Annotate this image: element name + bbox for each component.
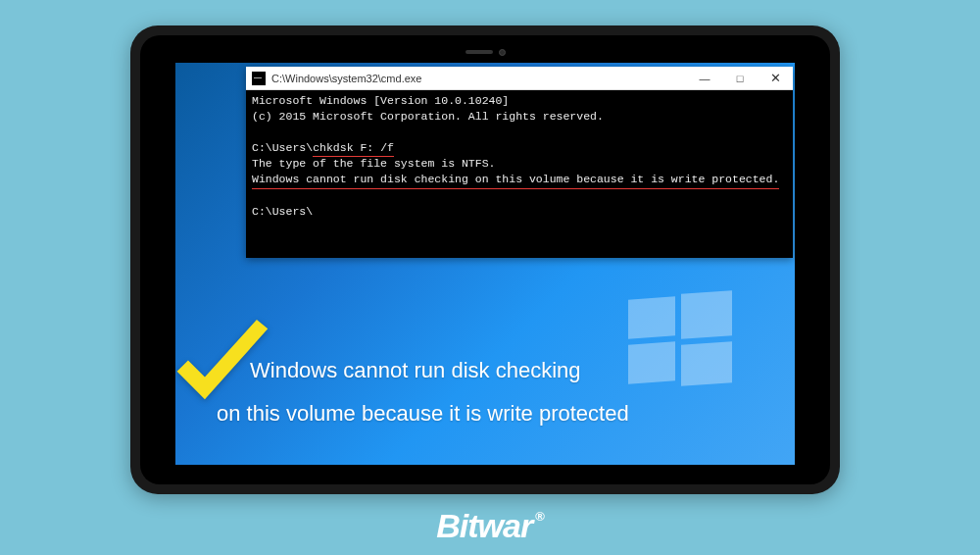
cmd-window: C:\Windows\system32\cmd.exe — □ ✕ Micros… (246, 67, 793, 258)
terminal-line: Microsoft Windows [Version 10.0.10240] (252, 93, 787, 109)
speaker-slot (466, 50, 493, 54)
cmd-icon (252, 72, 266, 85)
cmd-terminal[interactable]: Microsoft Windows [Version 10.0.10240] (… (246, 90, 793, 258)
desktop-screen: C:\Windows\system32\cmd.exe — □ ✕ Micros… (175, 63, 795, 465)
terminal-line (252, 188, 787, 204)
windows-logo (628, 292, 732, 384)
chkdsk-command: chkdsk F: /f (313, 140, 394, 156)
terminal-line: The type of the file system is NTFS. (252, 156, 787, 172)
minimize-button[interactable]: — (687, 67, 722, 90)
terminal-line: C:\Users\chkdsk F: /f (252, 140, 787, 156)
close-button[interactable]: ✕ (758, 67, 793, 90)
caption-line1: Windows cannot run disk checking (250, 349, 629, 392)
brand-logo: Bitwar ® (436, 507, 544, 545)
terminal-line (252, 125, 787, 140)
terminal-line: (c) 2015 Microsoft Corporation. All righ… (252, 109, 787, 125)
tablet-frame: C:\Windows\system32\cmd.exe — □ ✕ Micros… (140, 35, 830, 484)
cmd-titlebar: C:\Windows\system32\cmd.exe — □ ✕ (246, 67, 793, 90)
tablet-camera (462, 48, 509, 56)
caption-line2: on this volume because it is write prote… (217, 392, 629, 435)
brand-name: Bitwar (436, 507, 532, 545)
terminal-line: Windows cannot run disk checking on this… (252, 172, 787, 187)
registered-mark: ® (535, 509, 544, 524)
camera-lens (499, 49, 506, 56)
cmd-title: C:\Windows\system32\cmd.exe (271, 73, 421, 84)
error-message: Windows cannot run disk checking on this… (252, 172, 779, 187)
caption-text: Windows cannot run disk checking on this… (250, 349, 629, 435)
terminal-line: C:\Users\ (252, 204, 787, 220)
tablet-device: C:\Windows\system32\cmd.exe — □ ✕ Micros… (130, 25, 840, 494)
maximize-button[interactable]: □ (722, 67, 758, 90)
